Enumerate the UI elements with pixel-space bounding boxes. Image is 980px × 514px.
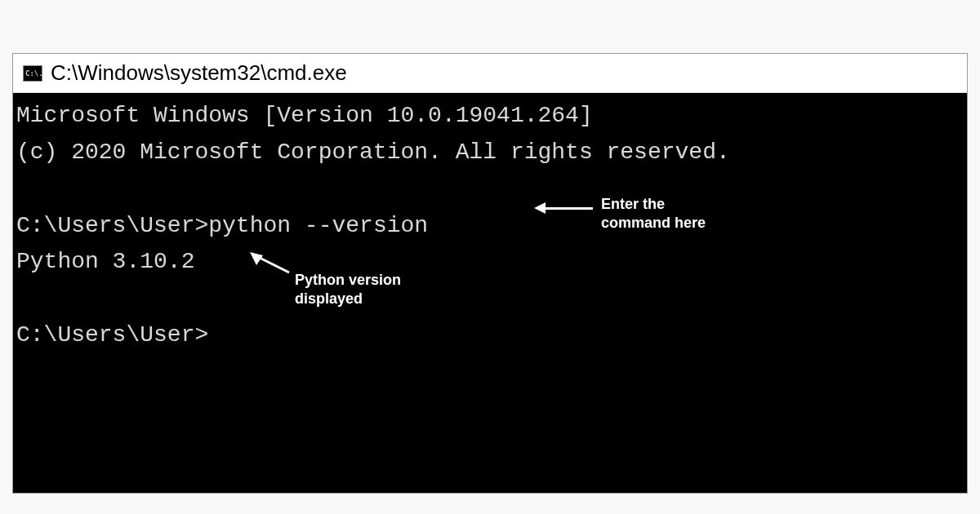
arrow-2-svg <box>248 252 297 277</box>
command-line: C:\Users\User>python --version <box>16 208 964 245</box>
blank-line <box>16 171 964 208</box>
banner-line-2: (c) 2020 Microsoft Corporation. All righ… <box>16 135 964 171</box>
prompt-line-2: C:\Users\User> <box>16 317 964 354</box>
prompt-1: C:\Users\User> <box>16 213 208 238</box>
cmd-window: C:\. C:\Windows\system32\cmd.exe Microso… <box>12 53 968 494</box>
cmd-icon: C:\. <box>23 65 42 82</box>
terminal-area[interactable]: Microsoft Windows [Version 10.0.19041.26… <box>13 93 967 493</box>
annotation-text-line-1: Enter the <box>601 195 706 214</box>
window-title: C:\Windows\system32\cmd.exe <box>51 60 347 86</box>
blank-line-2 <box>16 281 964 317</box>
cmd-icon-text: C:\. <box>25 69 43 78</box>
annotation-text-line-4: displayed <box>295 290 401 308</box>
typed-command: python --version <box>208 213 428 238</box>
annotation-text-line-2: command here <box>601 214 706 233</box>
banner-line-1: Microsoft Windows [Version 10.0.19041.26… <box>16 98 964 135</box>
annotation-python-version: Python version displayed <box>295 271 401 309</box>
title-bar[interactable]: C:\. C:\Windows\system32\cmd.exe <box>13 54 967 93</box>
output-line: Python 3.10.2 <box>16 244 964 281</box>
annotation-text-line-3: Python version <box>295 271 401 290</box>
arrow-line-1 <box>544 207 593 210</box>
annotation-enter-command: Enter the command here <box>601 195 706 233</box>
arrow-head-1 <box>534 202 546 214</box>
arrow-2-line <box>256 256 289 273</box>
